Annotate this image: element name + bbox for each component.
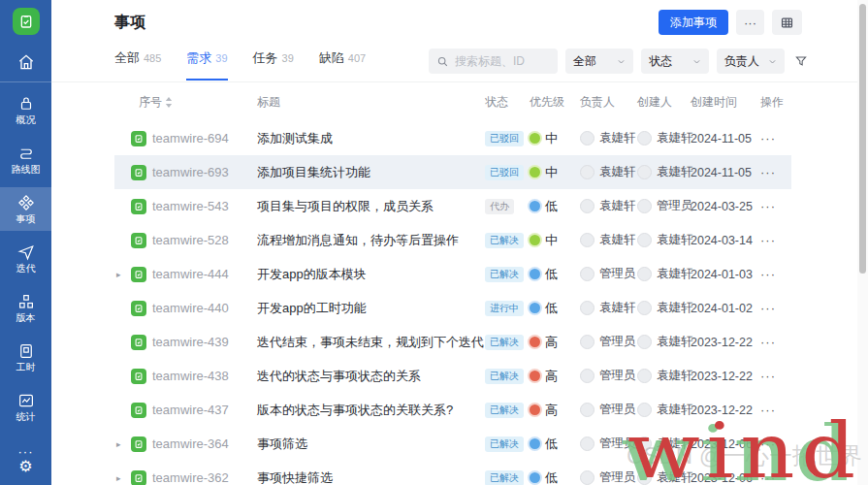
status-badge: 已解决 xyxy=(485,233,524,248)
created-date: 2024-11-05 xyxy=(691,132,760,146)
status-badge: 已解决 xyxy=(485,335,524,350)
row-more-button[interactable]: ··· xyxy=(760,470,791,485)
add-item-button[interactable]: 添加事项 xyxy=(659,10,728,35)
items-table: 序号 标题 状态 优先级 负责人 创建人 创建时间 操作 ▸ xyxy=(114,82,791,485)
table-row[interactable]: ▸ teamwire-694 添加测试集成 已驳回 中 袁婕轩 袁婕轩 2024… xyxy=(114,121,791,155)
sidebar-item-version[interactable]: 版本 xyxy=(0,286,51,330)
sidebar-item-overview[interactable]: 概况 xyxy=(0,88,51,132)
sort-icon[interactable] xyxy=(165,97,173,108)
app-window: 概况 路线图 事项 xyxy=(0,0,868,485)
row-more-button[interactable]: ··· xyxy=(760,369,791,383)
row-more-button[interactable]: ··· xyxy=(760,131,791,146)
item-id[interactable]: teamwire-528 xyxy=(152,233,229,247)
scrollbar-track[interactable] xyxy=(857,0,868,485)
filter-dropdown-status[interactable]: 状态 xyxy=(641,48,709,74)
requirement-type-icon xyxy=(131,403,146,418)
row-more-button[interactable]: ··· xyxy=(760,403,791,417)
expand-arrow-icon[interactable]: ▸ xyxy=(116,439,125,449)
priority-label: 中 xyxy=(545,232,558,249)
creator-avatar xyxy=(637,131,652,146)
item-title[interactable]: 添加项目集统计功能 xyxy=(252,164,485,181)
item-title[interactable]: 开发app的版本模块 xyxy=(252,266,485,283)
sidebar-item-stats[interactable]: 统计 xyxy=(0,385,51,429)
item-id[interactable]: teamwire-437 xyxy=(152,403,229,417)
assignee-avatar xyxy=(580,369,595,383)
row-more-button[interactable]: ··· xyxy=(760,335,791,349)
table-row[interactable]: ▸ teamwire-543 项目集与项目的权限，成员关系 代办 低 袁婕轩 管… xyxy=(114,189,791,223)
table-row[interactable]: ▸ teamwire-439 迭代结束，事项未结束，规划到下个迭代，当... 已… xyxy=(114,325,791,359)
item-title[interactable]: 添加测试集成 xyxy=(252,130,485,147)
table-row[interactable]: ▸ teamwire-693 添加项目集统计功能 已驳回 中 袁婕轩 袁婕轩 2… xyxy=(114,155,791,189)
sidebar-item-roadmap[interactable]: 路线图 xyxy=(0,138,51,181)
item-id[interactable]: teamwire-438 xyxy=(152,369,229,383)
chevron-down-icon xyxy=(617,57,626,66)
header-more-button[interactable]: ··· xyxy=(736,10,764,35)
column-header: 状态 xyxy=(485,94,530,111)
creator-avatar xyxy=(637,301,652,315)
settings-gear-icon[interactable]: ⚙ xyxy=(0,457,51,475)
table-row[interactable]: ▸ teamwire-437 版本的状态与事项状态的关联关系? 已解决 高 管理… xyxy=(114,393,791,427)
sidebar-item-iteration[interactable]: 迭代 xyxy=(0,237,51,280)
creator-name: 袁婕轩 xyxy=(657,164,693,180)
filter-dropdown-all[interactable]: 全部 xyxy=(565,48,633,74)
item-id[interactable]: teamwire-439 xyxy=(152,335,229,349)
sidebar-item-items[interactable]: 事项 xyxy=(0,187,51,231)
item-title[interactable]: 迭代的状态与事项状态的关系 xyxy=(252,368,485,385)
table-row[interactable]: ▸ teamwire-438 迭代的状态与事项状态的关系 已解决 高 管理员 袁… xyxy=(114,359,791,393)
item-title[interactable]: 迭代结束，事项未结束，规划到下个迭代，当... xyxy=(252,334,485,351)
assignee-name: 袁婕轩 xyxy=(599,198,636,214)
assignee-name: 袁婕轩 xyxy=(599,164,636,180)
creator-avatar xyxy=(637,165,652,179)
filter-funnel-icon[interactable] xyxy=(792,54,810,68)
item-id[interactable]: teamwire-362 xyxy=(152,470,229,485)
filter-dropdown-assignee[interactable]: 负责人 xyxy=(717,48,785,74)
table-row[interactable]: ▸ teamwire-440 开发app的工时功能 进行中 低 袁婕轩 袁婕轩 … xyxy=(114,291,791,325)
table-row[interactable]: ▸ teamwire-528 流程增加消息通知，待办等后置操作 已解决 中 袁婕… xyxy=(114,223,791,257)
chevron-down-icon xyxy=(692,57,701,66)
item-id[interactable]: teamwire-694 xyxy=(152,131,229,146)
item-title[interactable]: 项目集与项目的权限，成员关系 xyxy=(252,198,485,215)
creator-avatar xyxy=(637,403,652,417)
sidebar-item-workhours[interactable]: 工时 xyxy=(0,336,51,379)
scrollbar-thumb[interactable] xyxy=(859,4,866,274)
item-title[interactable]: 事项快捷筛选 xyxy=(252,469,485,485)
row-more-button[interactable]: ··· xyxy=(760,267,791,281)
item-id[interactable]: teamwire-440 xyxy=(152,301,229,315)
tab-defects[interactable]: 缺陷 407 xyxy=(319,49,366,81)
item-id[interactable]: teamwire-543 xyxy=(152,199,229,213)
item-title[interactable]: 事项筛选 xyxy=(252,436,485,453)
tab-all[interactable]: 全部 485 xyxy=(114,49,161,81)
item-title[interactable]: 流程增加消息通知，待办等后置操作 xyxy=(252,232,485,249)
item-id[interactable]: teamwire-364 xyxy=(152,436,229,451)
row-more-button[interactable]: ··· xyxy=(760,199,791,213)
row-more-button[interactable]: ··· xyxy=(760,165,791,179)
table-body: ▸ teamwire-694 添加测试集成 已驳回 中 袁婕轩 袁婕轩 2024… xyxy=(114,121,791,485)
row-more-button[interactable]: ··· xyxy=(760,436,791,451)
item-id[interactable]: teamwire-444 xyxy=(152,267,229,281)
requirement-type-icon xyxy=(131,267,146,282)
search-box[interactable] xyxy=(429,48,558,74)
tab-tasks[interactable]: 任务 39 xyxy=(253,49,294,81)
row-more-button[interactable]: ··· xyxy=(760,233,791,247)
table-row[interactable]: ▸ teamwire-364 事项筛选 已解决 低 管理员 袁婕轩 2023-1… xyxy=(114,427,791,461)
item-id[interactable]: teamwire-693 xyxy=(152,165,229,179)
tab-requirements[interactable]: 需求 39 xyxy=(186,49,227,81)
home-icon xyxy=(16,52,36,72)
row-more-button[interactable]: ··· xyxy=(760,301,791,315)
sidebar-item-home[interactable] xyxy=(16,48,36,81)
table-row[interactable]: ▸ teamwire-362 事项快捷筛选 已解决 低 管理员 袁婕轩 2023… xyxy=(114,461,791,485)
expand-arrow-icon[interactable]: ▸ xyxy=(116,473,125,483)
table-row[interactable]: ▸ teamwire-444 开发app的版本模块 已解决 低 管理员 袁婕轩 … xyxy=(114,257,791,291)
assignee-avatar xyxy=(580,301,595,315)
expand-arrow-icon[interactable]: ▸ xyxy=(116,270,125,279)
tab-filter-bar: 全部 485 需求 39 任务 39 缺陷 407 xyxy=(51,35,868,82)
search-input[interactable] xyxy=(455,54,550,68)
item-title[interactable]: 版本的状态与事项状态的关联关系? xyxy=(252,402,485,419)
assignee-avatar xyxy=(580,403,595,417)
table-view-button[interactable] xyxy=(772,10,802,35)
created-date: 2024-11-05 xyxy=(691,166,760,179)
sidebar-item-label: 版本 xyxy=(16,312,36,324)
item-title[interactable]: 开发app的工时功能 xyxy=(252,300,485,317)
creator-name: 袁婕轩 xyxy=(657,368,693,384)
creator-avatar xyxy=(637,436,652,451)
